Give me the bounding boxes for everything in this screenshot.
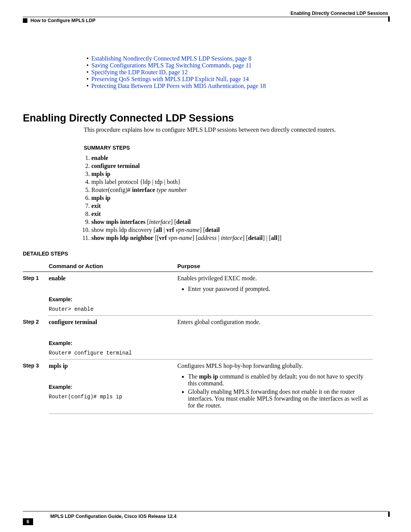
purpose-bullet: Globally enabling MPLS forwarding does n… [188,388,370,409]
summary-steps-heading: SUMMARY STEPS [84,145,373,151]
example-label: Example: [49,384,174,390]
table-header-empty [23,260,49,272]
purpose-bullet: Enter your password if prompted. [188,286,370,292]
toc-link[interactable]: Preserving QoS Settings with MPLS LDP Ex… [91,76,249,82]
table-header-command: Command or Action [49,260,177,272]
step-label: Step 3 [23,359,49,414]
footer-rule [23,511,388,511]
table-row: Step 3mpls ipExample:Router(config)# mpl… [23,359,373,414]
table-row: Step 2configure terminalExample:Router# … [23,316,373,359]
summary-step: Router(config)# interface type number [91,187,373,193]
example-code: Router# configure terminal [49,350,174,356]
toc-link[interactable]: Establishing Nondirectly Connected MPLS … [91,55,252,62]
summary-step: show mpls interfaces [interface] [detail [91,219,373,225]
summary-step: mpls ip [91,195,373,201]
page-number: 6 [23,518,33,525]
document-page: Enabling Directly Connected LDP Sessions… [0,0,411,532]
toc-link[interactable]: Specifying the LDP Router ID, page 12 [91,69,188,75]
toc-item: Protecting Data Between LDP Peers with M… [84,83,373,89]
toc-item: Preserving QoS Settings with MPLS LDP Ex… [84,76,373,83]
summary-step: exit [91,211,373,217]
purpose-bullet: The mpls ip command is enabled by defaul… [188,373,370,387]
command-name: configure terminal [49,319,174,326]
summary-steps-list: enableconfigure terminalmpls ipmpls labe… [84,155,373,241]
purpose-list: The mpls ip command is enabled by defaul… [177,373,370,409]
summary-step: configure terminal [91,163,373,169]
header-left-row: How to Configure MPLS LDP [23,18,388,23]
command-name: mpls ip [49,363,174,369]
purpose-text: Configures MPLS hop-by-hop forwarding gl… [177,363,370,369]
toc-link[interactable]: Saving Configurations MPLS Tag Switching… [91,62,252,69]
summary-step: exit [91,203,373,209]
example-code: Router(config)# mpls ip [49,394,174,400]
purpose-cell: Configures MPLS hop-by-hop forwarding gl… [177,359,373,414]
summary-step: show mpls ldp neighbor [[vrf vpn-name] [… [91,235,373,241]
breadcrumb: How to Configure MPLS LDP [30,18,96,23]
detailed-steps-table: Command or Action Purpose Step 1enableEx… [23,260,373,414]
purpose-list: Enter your password if prompted. [177,286,370,292]
footer-doc-title: MPLS LDP Configuration Guide, Cisco IOS … [50,514,177,519]
page-number-box: 6 [23,518,33,525]
step-label: Step 2 [23,316,49,359]
purpose-cell: Enables privileged EXEC mode.Enter your … [177,272,373,316]
header-right-marker [388,16,390,22]
footer-right-marker [388,511,390,517]
toc-item: Saving Configurations MPLS Tag Switching… [84,62,373,69]
toc-list: Establishing Nondirectly Connected MPLS … [84,55,373,89]
step-label: Step 1 [23,272,49,316]
command-cell: configure terminalExample:Router# config… [49,316,177,359]
summary-step: mpls ip [91,171,373,177]
section-intro: This procedure explains how to configure… [84,126,373,133]
example-label: Example: [49,340,174,346]
summary-step: enable [91,155,373,161]
command-name: enable [49,275,174,282]
section-heading: Enabling Directly Connected LDP Sessions [23,112,373,124]
purpose-cell: Enters global configuration mode. [177,316,373,359]
toc-item: Specifying the LDP Router ID, page 12 [84,69,373,76]
example-code: Router> enable [49,306,174,312]
summary-step: mpls label protocol {ldp | tdp | both} [91,179,373,185]
header-square-icon [23,18,27,23]
purpose-text: Enables privileged EXEC mode. [177,275,370,282]
purpose-text: Enters global configuration mode. [177,319,370,326]
toc-link[interactable]: Protecting Data Between LDP Peers with M… [91,83,266,89]
detailed-steps-heading: DETAILED STEPS [23,251,373,257]
main-content: Establishing Nondirectly Connected MPLS … [84,55,373,414]
header-section-title: Enabling Directly Connected LDP Sessions [290,11,388,16]
example-label: Example: [49,296,174,302]
header-rule [23,17,388,17]
toc-item: Establishing Nondirectly Connected MPLS … [84,55,373,62]
command-cell: enableExample:Router> enable [49,272,177,316]
command-cell: mpls ipExample:Router(config)# mpls ip [49,359,177,414]
table-header-purpose: Purpose [177,260,373,272]
table-row: Step 1enableExample:Router> enableEnable… [23,272,373,316]
summary-step: show mpls ldp discovery [all | vrf vpn-n… [91,227,373,233]
